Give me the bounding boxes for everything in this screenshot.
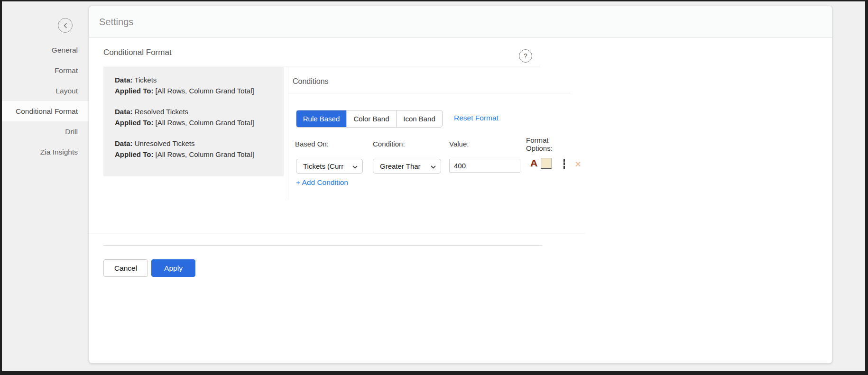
value-input[interactable] — [449, 159, 520, 173]
based-on-label: Based On: — [295, 140, 329, 148]
section-title: Conditional Format — [103, 48, 172, 57]
band-type-tabs: Rule Based Color Band Icon Band — [296, 110, 443, 128]
sidebar-item-drill[interactable]: Drill — [2, 121, 89, 142]
format-options-label-line2: Options: — [526, 144, 553, 152]
sidebar-item-general[interactable]: General — [2, 40, 89, 60]
background-color-swatch-icon[interactable] — [541, 158, 552, 169]
applied-to-value: [All Rows, Column Grand Total] — [156, 87, 254, 95]
data-label: Data: — [115, 108, 133, 116]
title-divider — [103, 66, 540, 66]
applied-to-label: Applied To: — [115, 119, 153, 127]
border-style-icon[interactable] — [563, 159, 565, 169]
list-item[interactable]: Data: Unresolved Tickets Applied To: [Al… — [115, 138, 275, 160]
question-mark-icon: ? — [524, 52, 527, 60]
reset-format-link[interactable]: Reset Format — [454, 114, 499, 122]
condition-select[interactable]: Greater Thar — [373, 159, 441, 174]
condition-label: Condition: — [373, 140, 405, 148]
format-options-label-line1: Format — [526, 136, 553, 144]
applied-to-value: [All Rows, Column Grand Total] — [156, 150, 254, 158]
chevron-down-icon — [352, 162, 358, 170]
sidebar-item-format[interactable]: Format — [2, 60, 89, 81]
tab-rule-based[interactable]: Rule Based — [296, 110, 347, 127]
footer-divider — [103, 245, 542, 246]
chevron-down-icon — [431, 162, 436, 170]
format-options-label: Format Options: — [526, 136, 553, 152]
conditions-heading: Conditions — [293, 77, 329, 86]
based-on-select[interactable]: Tickets (Curr — [296, 159, 363, 174]
add-condition-link[interactable]: + Add Condition — [296, 178, 348, 187]
data-value: Unresolved Tickets — [135, 139, 195, 147]
applied-to-label: Applied To: — [115, 87, 153, 95]
page-title: Settings — [99, 17, 133, 27]
based-on-selected-value: Tickets (Curr — [303, 162, 343, 170]
remove-condition-icon[interactable]: ✕ — [575, 160, 581, 169]
help-button[interactable]: ? — [519, 49, 532, 63]
data-label: Data: — [115, 139, 133, 147]
list-item[interactable]: Data: Resolved Tickets Applied To: [All … — [115, 106, 275, 128]
settings-panel: Settings Conditional Format ? Data: Tick… — [89, 6, 832, 364]
vertical-divider — [288, 67, 288, 200]
font-color-icon[interactable]: A — [530, 157, 537, 169]
tab-icon-band[interactable]: Icon Band — [397, 110, 442, 127]
sidebar-item-zia-insights[interactable]: Zia Insights — [2, 142, 89, 162]
conditions-divider — [288, 93, 570, 93]
chevron-left-icon — [63, 23, 68, 28]
settings-page: General Format Layout Conditional Format… — [0, 0, 868, 375]
applied-to-value: [All Rows, Column Grand Total] — [156, 119, 254, 127]
data-value: Resolved Tickets — [135, 108, 188, 116]
back-button[interactable] — [58, 18, 73, 33]
sidebar-item-conditional-format[interactable]: Conditional Format — [2, 101, 89, 121]
section-faint-divider — [89, 233, 585, 234]
settings-sidebar: General Format Layout Conditional Format… — [2, 40, 89, 162]
cancel-button[interactable]: Cancel — [103, 259, 148, 277]
tab-color-band[interactable]: Color Band — [347, 110, 397, 127]
data-label: Data: — [115, 76, 133, 84]
value-label: Value: — [449, 140, 469, 148]
data-value: Tickets — [134, 76, 157, 84]
sidebar-item-layout[interactable]: Layout — [2, 81, 89, 101]
list-item[interactable]: Data: Tickets Applied To: [All Rows, Col… — [115, 74, 275, 96]
applied-to-label: Applied To: — [115, 150, 153, 158]
panel-header: Settings — [89, 6, 832, 38]
condition-selected-value: Greater Thar — [380, 162, 421, 170]
apply-button[interactable]: Apply — [151, 259, 195, 277]
conditional-format-data-list: Data: Tickets Applied To: [All Rows, Col… — [103, 67, 284, 176]
